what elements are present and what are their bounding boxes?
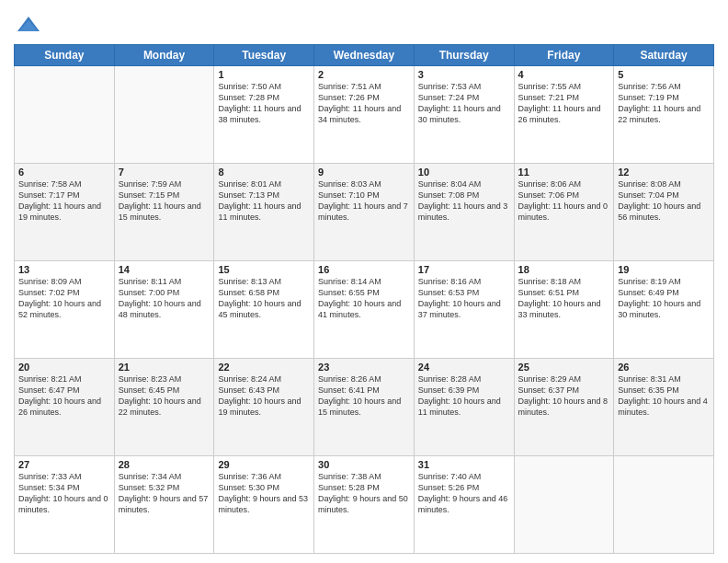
day-number: 8 — [218, 167, 310, 178]
calendar-cell: 1Sunrise: 7:50 AMSunset: 7:28 PMDaylight… — [214, 66, 314, 164]
day-info: Sunrise: 7:33 AMSunset: 5:34 PMDaylight:… — [18, 471, 110, 516]
day-info: Sunrise: 8:19 AMSunset: 6:49 PMDaylight:… — [618, 276, 710, 321]
day-info: Sunrise: 7:40 AMSunset: 5:26 PMDaylight:… — [418, 471, 510, 516]
calendar-week-row: 1Sunrise: 7:50 AMSunset: 7:28 PMDaylight… — [15, 66, 714, 164]
day-number: 16 — [318, 264, 410, 275]
day-info: Sunrise: 8:16 AMSunset: 6:53 PMDaylight:… — [418, 276, 510, 321]
calendar-cell: 6Sunrise: 7:58 AMSunset: 7:17 PMDaylight… — [15, 164, 115, 261]
day-number: 9 — [318, 167, 410, 178]
day-info: Sunrise: 8:31 AMSunset: 6:35 PMDaylight:… — [618, 373, 710, 419]
day-number: 18 — [518, 264, 610, 275]
weekday-header: Tuesday — [214, 45, 314, 66]
calendar-table: SundayMondayTuesdayWednesdayThursdayFrid… — [14, 44, 714, 554]
day-number: 5 — [618, 69, 710, 80]
calendar-cell: 31Sunrise: 7:40 AMSunset: 5:26 PMDayligh… — [414, 456, 514, 554]
day-number: 1 — [218, 69, 310, 80]
day-number: 24 — [418, 362, 510, 373]
day-number: 30 — [318, 459, 410, 470]
day-info: Sunrise: 7:50 AMSunset: 7:28 PMDaylight:… — [218, 81, 310, 126]
day-number: 4 — [518, 69, 610, 80]
day-info: Sunrise: 8:01 AMSunset: 7:13 PMDaylight:… — [218, 178, 310, 224]
weekday-header: Friday — [514, 45, 614, 66]
logo — [14, 13, 41, 39]
calendar-cell: 3Sunrise: 7:53 AMSunset: 7:24 PMDaylight… — [414, 66, 514, 164]
day-info: Sunrise: 8:03 AMSunset: 7:10 PMDaylight:… — [318, 178, 410, 224]
calendar-week-row: 13Sunrise: 8:09 AMSunset: 7:02 PMDayligh… — [15, 261, 714, 359]
calendar-cell: 20Sunrise: 8:21 AMSunset: 6:47 PMDayligh… — [15, 359, 115, 456]
calendar-cell: 19Sunrise: 8:19 AMSunset: 6:49 PMDayligh… — [614, 261, 714, 359]
day-info: Sunrise: 8:24 AMSunset: 6:43 PMDaylight:… — [218, 373, 310, 419]
day-number: 13 — [18, 264, 110, 275]
weekday-header: Wednesday — [314, 45, 415, 66]
calendar-week-row: 27Sunrise: 7:33 AMSunset: 5:34 PMDayligh… — [15, 456, 714, 554]
day-number: 11 — [518, 167, 610, 178]
day-info: Sunrise: 8:09 AMSunset: 7:02 PMDaylight:… — [18, 276, 110, 321]
calendar-cell: 24Sunrise: 8:28 AMSunset: 6:39 PMDayligh… — [414, 359, 514, 456]
calendar-cell: 13Sunrise: 8:09 AMSunset: 7:02 PMDayligh… — [15, 261, 115, 359]
day-info: Sunrise: 8:13 AMSunset: 6:58 PMDaylight:… — [218, 276, 310, 321]
calendar-cell: 12Sunrise: 8:08 AMSunset: 7:04 PMDayligh… — [614, 164, 714, 261]
calendar-cell — [514, 456, 614, 554]
day-number: 17 — [418, 264, 510, 275]
calendar-cell: 14Sunrise: 8:11 AMSunset: 7:00 PMDayligh… — [114, 261, 214, 359]
day-info: Sunrise: 7:55 AMSunset: 7:21 PMDaylight:… — [518, 81, 610, 126]
day-info: Sunrise: 8:21 AMSunset: 6:47 PMDaylight:… — [18, 373, 110, 419]
calendar-cell — [614, 456, 714, 554]
day-info: Sunrise: 8:11 AMSunset: 7:00 PMDaylight:… — [119, 276, 210, 321]
calendar-cell: 15Sunrise: 8:13 AMSunset: 6:58 PMDayligh… — [214, 261, 314, 359]
day-number: 29 — [218, 459, 310, 470]
day-number: 22 — [218, 362, 310, 373]
day-number: 28 — [119, 459, 210, 470]
calendar-cell: 7Sunrise: 7:59 AMSunset: 7:15 PMDaylight… — [114, 164, 214, 261]
day-info: Sunrise: 8:26 AMSunset: 6:41 PMDaylight:… — [318, 373, 410, 419]
weekday-header: Monday — [114, 45, 214, 66]
day-number: 26 — [618, 362, 710, 373]
day-info: Sunrise: 8:06 AMSunset: 7:06 PMDaylight:… — [518, 178, 610, 224]
calendar-cell: 10Sunrise: 8:04 AMSunset: 7:08 PMDayligh… — [414, 164, 514, 261]
day-number: 7 — [119, 167, 210, 178]
day-info: Sunrise: 8:18 AMSunset: 6:51 PMDaylight:… — [518, 276, 610, 321]
day-number: 27 — [18, 459, 110, 470]
day-info: Sunrise: 7:38 AMSunset: 5:28 PMDaylight:… — [318, 471, 410, 516]
calendar-cell — [15, 66, 115, 164]
calendar-cell: 27Sunrise: 7:33 AMSunset: 5:34 PMDayligh… — [15, 456, 115, 554]
calendar-week-row: 20Sunrise: 8:21 AMSunset: 6:47 PMDayligh… — [15, 359, 714, 456]
calendar-cell: 5Sunrise: 7:56 AMSunset: 7:19 PMDaylight… — [614, 66, 714, 164]
calendar-cell: 26Sunrise: 8:31 AMSunset: 6:35 PMDayligh… — [614, 359, 714, 456]
calendar-cell: 9Sunrise: 8:03 AMSunset: 7:10 PMDaylight… — [314, 164, 415, 261]
day-number: 6 — [18, 167, 110, 178]
calendar-cell: 8Sunrise: 8:01 AMSunset: 7:13 PMDaylight… — [214, 164, 314, 261]
weekday-header: Thursday — [414, 45, 514, 66]
day-number: 21 — [119, 362, 210, 373]
calendar-cell: 29Sunrise: 7:36 AMSunset: 5:30 PMDayligh… — [214, 456, 314, 554]
calendar-cell: 18Sunrise: 8:18 AMSunset: 6:51 PMDayligh… — [514, 261, 614, 359]
day-info: Sunrise: 8:04 AMSunset: 7:08 PMDaylight:… — [418, 178, 510, 224]
calendar-cell: 30Sunrise: 7:38 AMSunset: 5:28 PMDayligh… — [314, 456, 415, 554]
day-info: Sunrise: 7:51 AMSunset: 7:26 PMDaylight:… — [318, 81, 410, 126]
page: SundayMondayTuesdayWednesdayThursdayFrid… — [0, 0, 728, 563]
day-info: Sunrise: 7:59 AMSunset: 7:15 PMDaylight:… — [119, 178, 210, 224]
calendar-cell: 2Sunrise: 7:51 AMSunset: 7:26 PMDaylight… — [314, 66, 415, 164]
calendar-week-row: 6Sunrise: 7:58 AMSunset: 7:17 PMDaylight… — [15, 164, 714, 261]
day-number: 12 — [618, 167, 710, 178]
day-number: 31 — [418, 459, 510, 470]
calendar-cell: 16Sunrise: 8:14 AMSunset: 6:55 PMDayligh… — [314, 261, 415, 359]
calendar-cell: 28Sunrise: 7:34 AMSunset: 5:32 PMDayligh… — [114, 456, 214, 554]
day-info: Sunrise: 7:56 AMSunset: 7:19 PMDaylight:… — [618, 81, 710, 126]
day-number: 25 — [518, 362, 610, 373]
day-info: Sunrise: 7:53 AMSunset: 7:24 PMDaylight:… — [418, 81, 510, 126]
day-number: 23 — [318, 362, 410, 373]
logo-icon — [16, 13, 41, 39]
day-number: 14 — [119, 264, 210, 275]
day-number: 10 — [418, 167, 510, 178]
day-info: Sunrise: 8:08 AMSunset: 7:04 PMDaylight:… — [618, 178, 710, 224]
day-info: Sunrise: 8:28 AMSunset: 6:39 PMDaylight:… — [418, 373, 510, 419]
day-info: Sunrise: 7:58 AMSunset: 7:17 PMDaylight:… — [18, 178, 110, 224]
day-info: Sunrise: 8:14 AMSunset: 6:55 PMDaylight:… — [318, 276, 410, 321]
calendar-cell: 21Sunrise: 8:23 AMSunset: 6:45 PMDayligh… — [114, 359, 214, 456]
day-number: 2 — [318, 69, 410, 80]
calendar-cell: 25Sunrise: 8:29 AMSunset: 6:37 PMDayligh… — [514, 359, 614, 456]
day-number: 19 — [618, 264, 710, 275]
day-number: 20 — [18, 362, 110, 373]
weekday-header: Sunday — [15, 45, 115, 66]
